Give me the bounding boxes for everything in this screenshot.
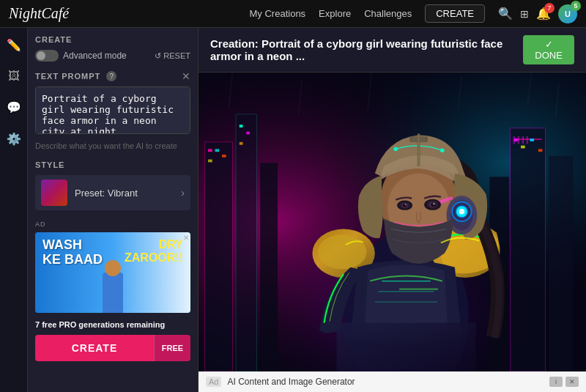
svg-rect-10 (222, 155, 226, 158)
svg-point-50 (433, 203, 435, 204)
svg-rect-19 (514, 138, 519, 141)
text-prompt-help-icon[interactable]: ? (106, 71, 116, 81)
ad-footer-ad-label: Ad (206, 377, 221, 387)
svg-point-43 (459, 209, 465, 215)
content-area: Creation: Portrait of a cyborg girl wear… (199, 28, 586, 392)
avatar[interactable]: U 5 (558, 4, 577, 23)
gallery-icon-button[interactable]: ⊞ (520, 8, 529, 20)
svg-rect-4 (204, 142, 232, 371)
style-thumb-inner (41, 180, 67, 206)
svg-point-31 (318, 234, 366, 269)
create-button-row: CREATE FREE (35, 335, 190, 361)
free-gens-suffix: free PRO generations remaining (40, 320, 165, 329)
svg-point-54 (403, 204, 407, 207)
svg-rect-58 (399, 288, 438, 290)
app-logo: NightCafé (9, 5, 69, 22)
style-name: Preset: Vibrant (75, 188, 181, 199)
svg-rect-5 (236, 114, 256, 371)
panel-title: CREATE (35, 35, 190, 44)
sidebar-icon-strip: ✏️ 🖼 💬 ⚙️ (0, 28, 28, 392)
style-selector[interactable]: Preset: Vibrant › (35, 175, 190, 210)
svg-rect-7 (208, 149, 212, 152)
style-chevron-icon: › (181, 187, 185, 199)
advanced-mode-toggle-wrap: Advanced mode (35, 50, 127, 62)
svg-rect-11 (240, 125, 243, 127)
svg-rect-21 (530, 138, 534, 141)
nav-right: My Creations Explore Challenges CREATE 🔍… (250, 4, 577, 23)
style-section-label: STYLE (35, 160, 190, 169)
content-header: Creation: Portrait of a cyborg girl wear… (199, 28, 586, 73)
style-thumbnail (41, 180, 67, 206)
svg-rect-12 (246, 132, 250, 135)
svg-rect-9 (208, 160, 212, 163)
content-title: Creation: Portrait of a cyborg girl wear… (210, 37, 523, 62)
svg-rect-20 (521, 146, 525, 149)
free-gens-text: 7 free PRO generations remaining (35, 320, 190, 329)
ad-footer-icons: i ✕ (549, 377, 579, 387)
text-prompt-label: TEXT PROMPT (35, 72, 100, 81)
nav-explore[interactable]: Explore (319, 8, 351, 19)
sidebar-create-icon[interactable]: ✏️ (4, 35, 24, 55)
svg-point-55 (404, 204, 406, 205)
text-prompt-header: TEXT PROMPT ? ✕ (35, 70, 190, 82)
svg-rect-14 (511, 128, 545, 371)
sidebar-gallery-icon[interactable]: 🖼 (5, 67, 23, 86)
ad-close-icon[interactable]: ✕ (183, 234, 189, 242)
nav-create-button[interactable]: CREATE (425, 4, 485, 23)
ad-illustration (91, 247, 135, 313)
ad-close-icon[interactable]: ✕ (565, 377, 579, 387)
svg-rect-22 (538, 149, 543, 152)
sidebar-chat-icon[interactable]: 💬 (4, 97, 24, 117)
nav-icons: 🔍 ⊞ 🔔 7 U 5 (498, 4, 577, 23)
ad-label: AD (35, 221, 190, 228)
prompt-hint: Describe what you want the AI to create (35, 141, 190, 150)
advanced-mode-label: Advanced mode (63, 51, 127, 61)
svg-point-37 (393, 147, 398, 152)
nav-my-creations[interactable]: My Creations (250, 8, 306, 19)
messages-badge: 5 (571, 1, 581, 11)
main-area: ✏️ 🖼 💬 ⚙️ CREATE Advanced mode ↺ RESET (0, 28, 586, 392)
ad-footer-bar: Ad AI Content and Image Generator i ✕ (199, 371, 586, 392)
toggle-knob (37, 51, 45, 60)
top-nav: NightCafé My Creations Explore Challenge… (0, 0, 586, 28)
text-prompt-input[interactable]: Portrait of a cyborg girl wearing futuri… (35, 86, 190, 134)
create-free-button[interactable]: FREE (154, 335, 190, 361)
svg-rect-8 (215, 149, 220, 152)
svg-rect-15 (549, 156, 573, 371)
search-icon-button[interactable]: 🔍 (498, 7, 513, 21)
avatar-initials: U (565, 10, 571, 18)
advanced-mode-toggle[interactable] (35, 50, 59, 62)
svg-point-38 (440, 148, 445, 152)
generated-image: ║║║║ (199, 73, 586, 371)
notifications-badge: 7 (544, 3, 555, 13)
svg-rect-13 (240, 142, 243, 145)
ad-footer-text: AI Content and Image Generator (227, 377, 544, 387)
image-area: ║║║║ (199, 73, 586, 371)
ad-info-icon[interactable]: i (549, 377, 563, 387)
sidebar-settings-icon[interactable]: ⚙️ (4, 129, 24, 149)
svg-rect-59 (337, 323, 476, 371)
nav-challenges[interactable]: Challenges (364, 8, 412, 19)
advanced-mode-row: Advanced mode ↺ RESET (35, 50, 190, 62)
reset-button[interactable]: ↺ RESET (155, 51, 190, 61)
notifications-bell-button[interactable]: 🔔 7 (536, 7, 551, 21)
text-prompt-close-icon[interactable]: ✕ (182, 70, 190, 82)
done-button[interactable]: ✓ DONE (523, 35, 574, 64)
svg-point-49 (431, 202, 436, 207)
ad-banner: WASHKE BAAD DRYZAROOR!! ✕ (35, 232, 190, 313)
svg-rect-6 (260, 163, 278, 371)
sidebar-panel: CREATE Advanced mode ↺ RESET TEXT PROMPT… (28, 28, 199, 392)
create-main-button[interactable]: CREATE (35, 335, 154, 361)
sidebar-panel-inner: CREATE Advanced mode ↺ RESET TEXT PROMPT… (28, 28, 198, 392)
